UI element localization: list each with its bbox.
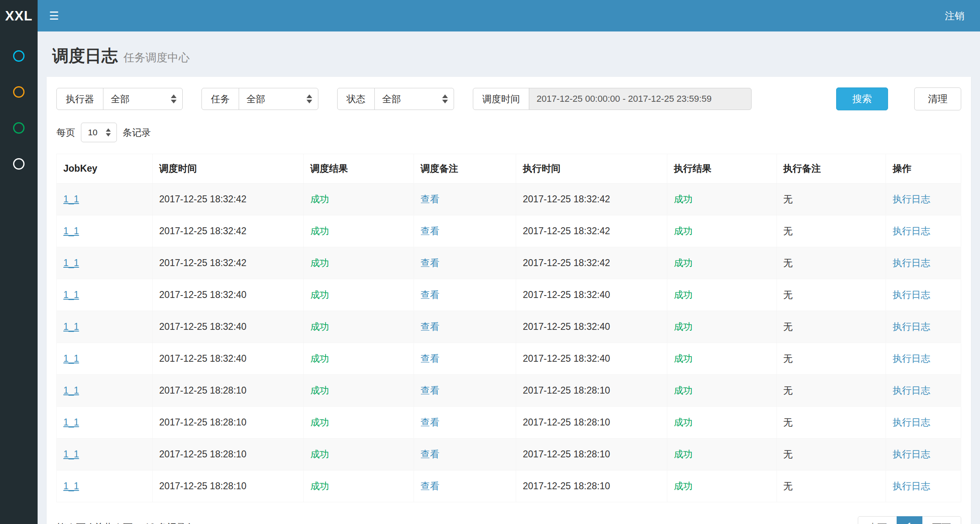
handle-msg-cell: 无 (776, 439, 886, 470)
column-header-handle-time[interactable]: 执行时间 (516, 154, 667, 184)
exec-log-link[interactable]: 执行日志 (893, 289, 930, 300)
executor-filter: 执行器 全部 (56, 88, 183, 110)
trigger-result-text: 成功 (310, 321, 329, 332)
search-button[interactable]: 搜索 (836, 87, 888, 110)
sidebar-item-3[interactable] (0, 110, 38, 146)
handle-result-text: 成功 (674, 289, 693, 300)
trigger-result-text: 成功 (310, 353, 329, 364)
select-arrows-icon (442, 94, 448, 103)
status-filter-label: 状态 (337, 88, 375, 110)
exec-log-link[interactable]: 执行日志 (893, 226, 930, 236)
jobkey-link[interactable]: 1_1 (63, 321, 79, 332)
trigger-result-text: 成功 (310, 481, 329, 491)
column-header-handle-result[interactable]: 执行结果 (667, 154, 776, 184)
trigger-msg-link[interactable]: 查看 (421, 289, 439, 300)
exec-log-link[interactable]: 执行日志 (893, 194, 930, 204)
pagination: 上页 1 下页 (858, 516, 961, 524)
jobkey-link[interactable]: 1_1 (63, 226, 79, 236)
exec-log-link[interactable]: 执行日志 (893, 321, 930, 332)
column-header-jobkey[interactable]: JobKey (57, 154, 153, 184)
table-row: 1_1 2017-12-25 18:32:40 成功 查看 2017-12-25… (57, 311, 961, 343)
next-page-button[interactable]: 下页 (922, 516, 961, 524)
page-title: 调度日志 (52, 45, 118, 67)
clear-button[interactable]: 清理 (914, 87, 961, 110)
trigger-time-filter-label: 调度时间 (473, 88, 529, 110)
trigger-msg-link[interactable]: 查看 (421, 481, 439, 491)
handle-result-text: 成功 (674, 321, 693, 332)
handle-time-cell: 2017-12-25 18:28:10 (516, 375, 667, 407)
jobkey-link[interactable]: 1_1 (63, 194, 79, 204)
jobkey-link[interactable]: 1_1 (63, 353, 79, 364)
trigger-time-cell: 2017-12-25 18:32:42 (152, 247, 304, 279)
brand-logo[interactable]: XXL (0, 0, 38, 31)
exec-log-link[interactable]: 执行日志 (893, 258, 930, 268)
status-select-value: 全部 (382, 93, 401, 105)
sidebar-item-1[interactable] (0, 38, 38, 74)
trigger-time-filter: 调度时间 (473, 88, 752, 110)
trigger-msg-link[interactable]: 查看 (421, 321, 439, 332)
executor-select[interactable]: 全部 (103, 88, 183, 110)
handle-msg-cell: 无 (776, 407, 886, 439)
sidebar-item-4[interactable] (0, 146, 38, 182)
jobkey-link[interactable]: 1_1 (63, 449, 79, 459)
jobkey-link[interactable]: 1_1 (63, 289, 79, 300)
trigger-msg-link[interactable]: 查看 (421, 417, 439, 428)
log-table-body: 1_1 2017-12-25 18:32:42 成功 查看 2017-12-25… (57, 184, 961, 502)
handle-msg-cell: 无 (776, 375, 886, 407)
log-table: JobKey 调度时间 调度结果 调度备注 执行时间 执行结果 执行备注 操作 … (56, 154, 961, 502)
table-footer: 第 1 页 ( 总共 1 页， 10 条记录 ) 上页 1 下页 (56, 516, 961, 524)
handle-result-text: 成功 (674, 353, 693, 364)
content-header: 调度日志 任务调度中心 (38, 31, 980, 77)
trigger-msg-link[interactable]: 查看 (421, 449, 439, 459)
handle-msg-cell: 无 (776, 279, 886, 311)
page-size-select[interactable]: 10 (81, 123, 117, 142)
trigger-msg-link[interactable]: 查看 (421, 258, 439, 268)
navbar-main: ☰ 注销 (38, 0, 980, 31)
circle-o-icon (13, 86, 25, 98)
sidebar-item-2[interactable] (0, 74, 38, 110)
exec-log-link[interactable]: 执行日志 (893, 353, 930, 364)
trigger-msg-link[interactable]: 查看 (421, 226, 439, 236)
pagination-info: 第 1 页 ( 总共 1 页， 10 条记录 ) (56, 521, 192, 524)
exec-log-link[interactable]: 执行日志 (893, 385, 930, 396)
trigger-msg-link[interactable]: 查看 (421, 353, 439, 364)
column-header-action[interactable]: 操作 (886, 154, 961, 184)
column-header-trigger-time[interactable]: 调度时间 (152, 154, 304, 184)
jobkey-link[interactable]: 1_1 (63, 258, 79, 268)
job-filter: 任务 全部 (201, 88, 318, 110)
jobkey-link[interactable]: 1_1 (63, 385, 79, 396)
table-row: 1_1 2017-12-25 18:28:10 成功 查看 2017-12-25… (57, 439, 961, 470)
handle-time-cell: 2017-12-25 18:32:40 (516, 311, 667, 343)
handle-result-text: 成功 (674, 258, 693, 268)
column-header-handle-msg[interactable]: 执行备注 (776, 154, 886, 184)
current-page-button[interactable]: 1 (897, 516, 922, 524)
select-arrows-icon (171, 94, 177, 103)
prev-page-button[interactable]: 上页 (858, 516, 897, 524)
logout-link[interactable]: 注销 (942, 9, 967, 22)
status-select[interactable]: 全部 (374, 88, 454, 110)
trigger-result-text: 成功 (310, 289, 329, 300)
top-navbar: XXL ☰ 注销 (0, 0, 980, 31)
exec-log-link[interactable]: 执行日志 (893, 449, 930, 459)
handle-msg-cell: 无 (776, 470, 886, 502)
jobkey-link[interactable]: 1_1 (63, 417, 79, 428)
page-size-value: 10 (88, 128, 97, 137)
trigger-result-text: 成功 (310, 194, 329, 204)
column-header-trigger-msg[interactable]: 调度备注 (414, 154, 516, 184)
handle-msg-cell: 无 (776, 311, 886, 343)
sidebar-toggle-button[interactable]: ☰ (38, 0, 70, 31)
trigger-msg-link[interactable]: 查看 (421, 385, 439, 396)
column-header-trigger-result[interactable]: 调度结果 (304, 154, 414, 184)
trigger-time-range-input[interactable] (529, 88, 752, 110)
trigger-msg-link[interactable]: 查看 (421, 194, 439, 204)
circle-o-icon (13, 50, 25, 62)
jobkey-link[interactable]: 1_1 (63, 481, 79, 491)
table-row: 1_1 2017-12-25 18:32:40 成功 查看 2017-12-25… (57, 343, 961, 375)
select-arrows-icon (307, 94, 312, 103)
table-row: 1_1 2017-12-25 18:32:40 成功 查看 2017-12-25… (57, 279, 961, 311)
select-arrows-icon (106, 128, 111, 137)
job-select[interactable]: 全部 (239, 88, 318, 110)
exec-log-link[interactable]: 执行日志 (893, 481, 930, 491)
hamburger-icon: ☰ (49, 9, 59, 22)
exec-log-link[interactable]: 执行日志 (893, 417, 930, 428)
